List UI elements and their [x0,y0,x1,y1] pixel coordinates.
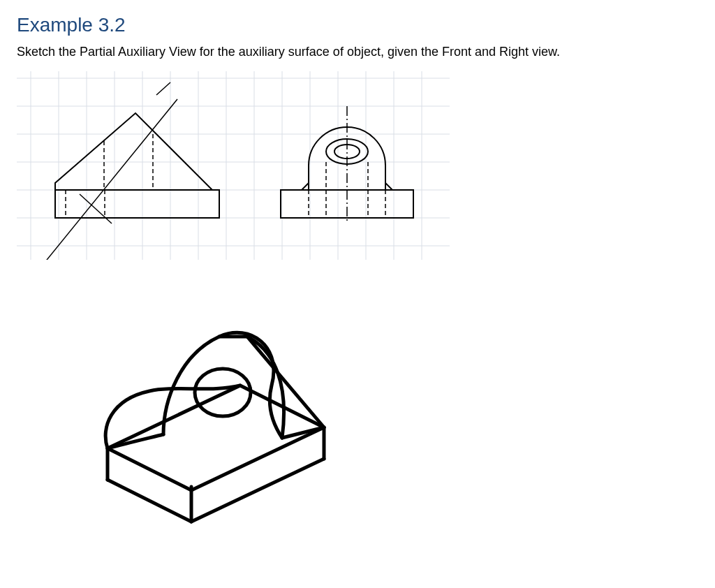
svg-line-31 [302,183,309,190]
orthographic-views-figure [17,71,698,260]
example-prompt: Sketch the Partial Auxiliary View for th… [17,43,698,60]
example-heading: Example 3.2 [17,14,698,36]
svg-line-32 [385,183,392,190]
svg-line-44 [191,459,324,522]
svg-line-29 [80,194,112,223]
svg-line-28 [156,82,170,95]
isometric-figure [17,288,698,539]
isometric-svg [59,288,352,539]
svg-line-27 [41,99,177,260]
front-view [55,113,219,218]
orthographic-svg [17,71,450,260]
svg-line-43 [108,480,191,522]
